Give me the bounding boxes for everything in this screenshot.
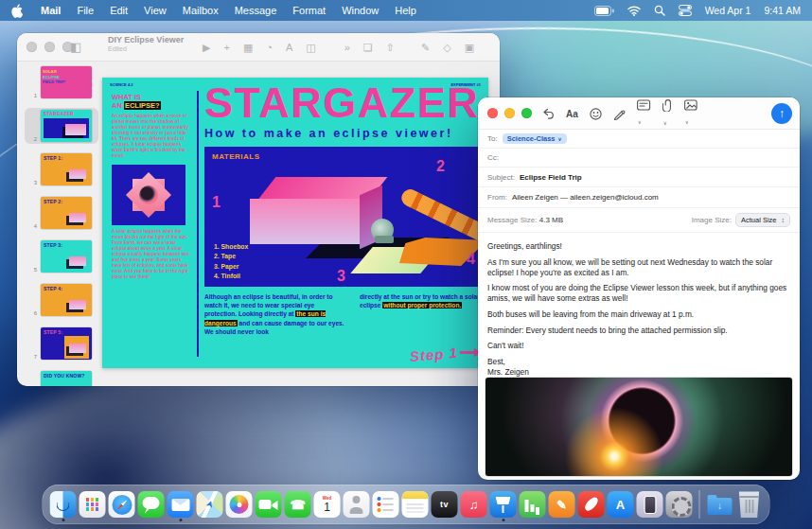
dock-music[interactable]: ♫ [461,491,487,518]
mail-toolbar[interactable]: Aa ∨ ∨ ∨ ↑ [478,97,800,130]
sidebar-toggle-icon[interactable]: ◧ [70,40,81,54]
media-icon[interactable]: ◫ [306,42,315,54]
menubar-time[interactable]: 9:41 AM [764,5,801,16]
dock-notes[interactable] [402,491,429,518]
wifi-icon[interactable] [627,6,641,16]
slide-footer-column-1: Although an eclipse is beautiful, in ord… [204,292,348,336]
slide-thumbnail-3[interactable]: 3 STEP 1: [25,151,98,187]
slide-thumbnail-8[interactable]: DID YOU KNOW? [25,369,98,386]
menu-view[interactable]: View [144,5,167,16]
footer-highlight: without proper protection. [382,302,462,309]
document-icon[interactable]: ▣ [465,42,474,54]
control-center-icon[interactable] [679,5,692,16]
recipient-token[interactable]: Science-Class∨ [503,133,567,144]
dock-photos[interactable] [226,491,253,518]
dock-finder[interactable] [50,491,77,518]
slide-course-code: SCIENCE 4.2 [110,82,132,87]
format-icon[interactable]: ✎ [421,42,430,54]
dock-tv[interactable]: tv [432,491,458,518]
slide-thumbnail-6[interactable]: 6 STEP 4: [25,282,98,318]
close-button[interactable] [26,42,37,52]
slide-thumbnail-1[interactable]: 1 SOLAR ECLIPSE FIELD TRIP! [25,64,98,100]
from-field[interactable]: From: Aileen Zeigen — aileen.zeigen@iclo… [478,187,800,208]
dock-rocket-app[interactable] [578,491,605,518]
photo-browser-icon[interactable]: ∨ [684,99,697,128]
to-field[interactable]: To: Science-Class∨ [478,130,800,149]
slide-canvas[interactable]: SCIENCE 4.2 EXPERIMENT #1 WHAT IS AN ECL… [102,78,488,368]
dock-safari[interactable] [109,491,135,518]
dock-messages[interactable] [138,491,165,518]
dock-numbers[interactable] [520,491,546,518]
dock-pages[interactable]: ✎ [549,491,575,518]
dock-downloads[interactable]: ↓ [707,491,733,518]
slide-number: 3 [26,180,37,185]
play-icon[interactable]: ▶ [203,42,210,54]
menu-window[interactable]: Window [342,5,379,16]
subject-field[interactable]: Subject: Eclipse Field Trip [478,168,800,187]
keynote-titlebar[interactable]: ◧ DIY Eclipse Viewer Edited ▶ + ▦ ◔ A ◫ … [17,33,500,62]
menu-file[interactable]: File [77,5,94,16]
slide-thumbnail-2-selected[interactable]: 2 STARGAZER [25,108,98,144]
dock-phone[interactable]: ☎ [285,491,311,518]
more-tools-icon[interactable]: » [344,42,350,53]
slide-thumbnail-7[interactable]: 7 STEP 5: [25,326,98,361]
battery-icon[interactable] [594,6,614,16]
menu-mailbox[interactable]: Mailbox [183,5,219,16]
menu-mail[interactable]: Mail [41,5,61,16]
close-button[interactable] [487,108,498,118]
slide-sidebar-column: WHAT IS AN ECLIPSE? An eclipse happens w… [112,93,191,280]
minimize-button[interactable] [44,42,55,52]
dock-reminders[interactable] [373,491,399,518]
markup-icon[interactable] [613,108,626,120]
dock-contacts[interactable] [344,491,370,518]
materials-item: 3. Paper [214,262,248,272]
animate-icon[interactable]: ◇ [443,42,450,54]
chart-icon[interactable]: ◔ [266,42,273,53]
dock-iphone-mirroring[interactable] [637,491,663,518]
body-paragraph: Both buses will be leaving from the main… [487,309,790,320]
cc-field[interactable]: Cc: [478,149,800,168]
text-box-icon[interactable]: A [286,42,292,53]
callout-3: 3 [337,268,345,285]
format-text-icon[interactable]: Aa [566,109,578,119]
menu-message[interactable]: Message [235,5,277,16]
dock-trash[interactable] [736,491,763,518]
dock-calendar[interactable]: Wed1 [314,491,341,518]
slide-thumbnail-5[interactable]: 5 STEP 3: [25,238,98,274]
image-size-select[interactable]: Actual Size↕ [735,213,790,227]
menu-edit[interactable]: Edit [110,5,128,16]
message-body[interactable]: Greetings, earthlings! As I'm sure you a… [478,233,800,378]
dock-launchpad[interactable] [79,491,106,518]
attachment-icon[interactable]: ∨ [662,99,673,129]
table-icon[interactable]: ▦ [243,42,253,54]
dock-app-store[interactable]: A [608,491,634,518]
dock-maps[interactable] [197,491,223,518]
slide-divider [197,91,199,357]
zoom-button[interactable] [521,108,532,118]
apple-menu-icon[interactable] [11,4,23,17]
callout-2: 2 [436,158,445,175]
menubar-date[interactable]: Wed Apr 1 [705,5,751,16]
menu-help[interactable]: Help [395,5,416,16]
thumb-text: STEP 3: [44,242,62,248]
send-button[interactable]: ↑ [771,103,792,124]
spotlight-icon[interactable] [654,5,665,16]
dock-keynote[interactable] [490,491,517,518]
add-slide-icon[interactable]: + [223,42,229,53]
dock-system-settings[interactable] [666,491,693,518]
dock-mail[interactable] [168,491,194,518]
emoji-icon[interactable] [590,108,602,120]
minimize-button[interactable] [504,108,515,118]
thumb-text: STEP 2: [44,199,62,204]
share-icon[interactable]: ⇧ [386,42,395,54]
undo-icon[interactable] [542,108,555,119]
slide-thumbnail-4[interactable]: 4 STEP 2: [25,195,98,231]
header-fields-icon[interactable]: ∨ [637,99,651,128]
dock-facetime[interactable] [256,491,282,518]
body-signature: Mrs. Zeigen [487,367,790,378]
menu-format[interactable]: Format [292,5,326,16]
slide-number: 4 [26,223,37,229]
to-label: To: [487,134,498,143]
eclipse-photo-attachment[interactable] [485,378,792,476]
comment-icon[interactable]: ❏ [363,42,373,54]
